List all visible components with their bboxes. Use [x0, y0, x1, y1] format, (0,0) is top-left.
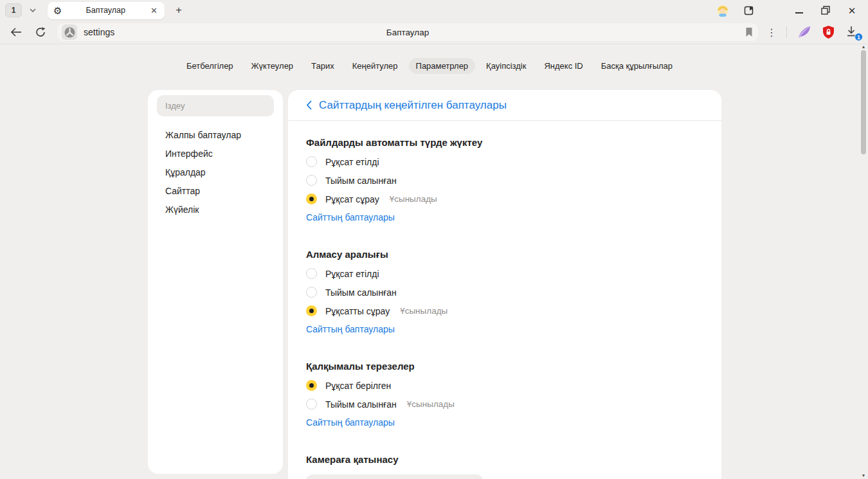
- section-auto-download: Файлдарды автоматты түрде жүктеу Рұқсат …: [306, 136, 703, 224]
- radio-checked-icon[interactable]: [306, 305, 317, 316]
- profile-avatar[interactable]: [717, 5, 728, 16]
- gear-icon: ⚙: [53, 6, 62, 15]
- toolbar: settings Баптаулар ⋮: [0, 21, 868, 44]
- neuro-pen-button[interactable]: [797, 25, 812, 39]
- window-restore-button[interactable]: [820, 5, 831, 16]
- address-bar-page-title: Баптаулар: [57, 28, 759, 37]
- tab-close-icon[interactable]: ✕: [149, 6, 159, 15]
- new-tab-button[interactable]: +: [171, 3, 186, 18]
- site-favicon-chip[interactable]: [62, 24, 77, 40]
- tab-list-chevron-button[interactable]: [24, 3, 41, 17]
- sidebar-item-tools[interactable]: Құралдар: [148, 163, 283, 181]
- url-text: settings: [84, 27, 114, 37]
- nav-tab-settings[interactable]: Параметрлер: [409, 58, 476, 74]
- radio-option[interactable]: Тыйым салынған: [306, 283, 703, 302]
- bookmark-page-button[interactable]: [745, 27, 754, 37]
- nav-tab-history[interactable]: Тарих: [304, 58, 341, 74]
- downloads-button[interactable]: 1: [845, 25, 860, 39]
- site-settings-link[interactable]: Сайттың баптаулары: [306, 323, 395, 336]
- minimize-icon: [795, 12, 803, 14]
- radio-label: Рұқсатты сұрау: [325, 305, 390, 317]
- bookmarks-panel-button[interactable]: [743, 5, 755, 16]
- nav-tab-other-devices[interactable]: Басқа құрылғылар: [594, 58, 680, 74]
- nav-tab-yandex-id[interactable]: Яндекс ID: [537, 58, 590, 74]
- protect-button[interactable]: [822, 25, 835, 39]
- radio-option[interactable]: Рұқсат етілді: [306, 152, 703, 171]
- radio-unchecked-icon[interactable]: [306, 268, 317, 279]
- section-camera-access: Камераға қатынасу ov9734_azurewave_camer…: [306, 453, 703, 479]
- feather-pen-icon: [797, 25, 812, 39]
- radio-option[interactable]: Тыйым салынған Ұсынылады: [306, 395, 703, 413]
- radio-option[interactable]: Рұқсатты сұрау Ұсынылады: [306, 302, 703, 320]
- site-settings-link[interactable]: Сайттың баптаулары: [306, 211, 395, 224]
- window-close-button[interactable]: ✕: [846, 5, 858, 16]
- chevron-down-icon: [30, 8, 36, 12]
- section-clipboard: Алмасу аралығы Рұқсат етілді Тыйым салын…: [306, 248, 703, 336]
- radio-option[interactable]: Тыйым салынған: [306, 171, 703, 190]
- toolbar-divider: [786, 26, 787, 38]
- address-bar[interactable]: settings Баптаулар: [57, 23, 759, 42]
- radio-label: Рұқсат етілді: [325, 268, 379, 280]
- bookmarks-panel-icon: [743, 5, 755, 16]
- titlebar: 1 ⚙ Баптаулар ✕ +: [0, 0, 868, 21]
- radio-label: Тыйым салынған: [325, 175, 397, 186]
- radio-unchecked-icon[interactable]: [306, 287, 317, 298]
- nav-tab-security[interactable]: Қауіпсіздік: [479, 58, 533, 74]
- section-title: Қалқымалы терезелер: [306, 360, 703, 373]
- window-minimize-button[interactable]: [793, 5, 805, 16]
- radio-option[interactable]: Рұқсат етілді: [306, 264, 703, 283]
- radio-checked-icon[interactable]: [306, 194, 317, 204]
- back-chevron-icon: [306, 100, 312, 110]
- advanced-site-settings-header[interactable]: Сайттардың кеңейтілген баптаулары: [288, 90, 721, 121]
- back-arrow-icon: [10, 28, 22, 37]
- nav-tab-extensions[interactable]: Кеңейтулер: [345, 58, 405, 74]
- radio-unchecked-icon[interactable]: [306, 399, 317, 410]
- radio-label: Рұқсат сұрау: [325, 194, 379, 205]
- search-input[interactable]: [157, 95, 274, 116]
- reload-button[interactable]: [32, 24, 49, 41]
- site-settings-link[interactable]: Сайттың баптаулары: [306, 416, 395, 429]
- shield-lock-icon: [822, 25, 835, 39]
- section-title: Файлдарды автоматты түрде жүктеу: [306, 136, 703, 149]
- avatar-icon: [717, 5, 728, 17]
- sidebar-item-sites[interactable]: Сайттар: [148, 181, 283, 200]
- back-button[interactable]: [8, 24, 24, 41]
- scrollbar-up-arrow[interactable]: ▲: [859, 44, 868, 49]
- scrollbar-thumb[interactable]: [861, 50, 866, 154]
- sidebar-item-general[interactable]: Жалпы баптаулар: [148, 125, 283, 144]
- page-scrollbar[interactable]: ▲ ▼: [859, 44, 868, 479]
- nav-tab-bookmarks[interactable]: Бетбелгілер: [179, 58, 240, 74]
- section-title: Камераға қатынасу: [306, 453, 703, 466]
- restore-icon: [821, 6, 830, 15]
- section-popups: Қалқымалы терезелер Рұқсат берілген Тыйы…: [306, 360, 703, 429]
- tab-count-badge[interactable]: 1: [5, 3, 22, 17]
- bookmark-flag-icon: [745, 27, 754, 37]
- sidebar-item-interface[interactable]: Интерфейс: [148, 144, 283, 163]
- tab-title: Баптаулар: [62, 6, 149, 15]
- sidebar-item-system[interactable]: Жүйелік: [148, 200, 283, 219]
- reload-icon: [35, 26, 46, 38]
- settings-nav-tabs: Бетбелгілер Жүктеулер Тарих Кеңейтулер П…: [0, 58, 859, 74]
- yandex-browser-logo-icon: [64, 27, 75, 38]
- radio-label: Тыйым салынған: [325, 399, 397, 410]
- camera-device-select[interactable]: ov9734_azurewave_camera Алдыңғы: [306, 474, 483, 479]
- radio-checked-icon[interactable]: [306, 380, 317, 391]
- recommended-badge: Ұсынылады: [400, 306, 448, 316]
- settings-main-panel: Сайттардың кеңейтілген баптаулары Файлда…: [288, 90, 721, 479]
- nav-tab-downloads[interactable]: Жүктеулер: [244, 58, 301, 74]
- recommended-badge: Ұсынылады: [390, 194, 437, 204]
- recommended-badge: Ұсынылады: [407, 399, 455, 409]
- extensions-menu-button[interactable]: ⋮: [766, 26, 777, 39]
- browser-menu-button[interactable]: [770, 5, 779, 16]
- radio-option[interactable]: Рұқсат сұрау Ұсынылады: [306, 190, 703, 208]
- radio-label: Рұқсат берілген: [325, 380, 391, 392]
- radio-unchecked-icon[interactable]: [306, 175, 317, 186]
- settings-sidebar: Жалпы баптаулар Интерфейс Құралдар Сайтт…: [148, 90, 283, 474]
- scrollbar-down-arrow[interactable]: ▼: [859, 473, 868, 478]
- radio-label: Рұқсат етілді: [325, 156, 379, 168]
- browser-tab-settings[interactable]: ⚙ Баптаулар ✕: [48, 2, 165, 19]
- radio-label: Тыйым салынған: [325, 287, 397, 298]
- radio-unchecked-icon[interactable]: [306, 156, 317, 167]
- radio-option[interactable]: Рұқсат берілген: [306, 376, 703, 395]
- sidebar-search: [157, 95, 274, 116]
